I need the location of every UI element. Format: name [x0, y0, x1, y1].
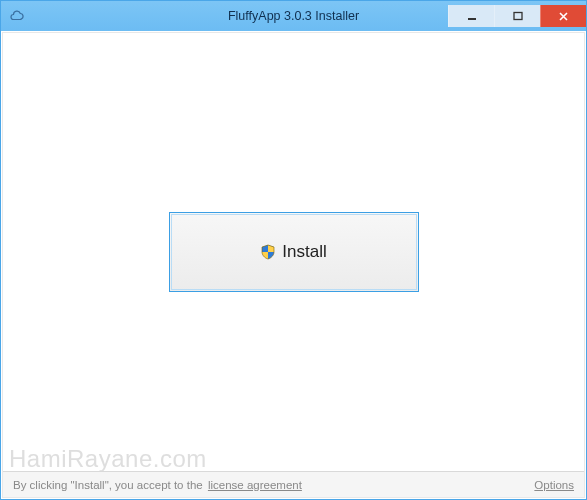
minimize-button[interactable]: [448, 5, 494, 27]
install-button-label: Install: [282, 242, 326, 262]
cloud-icon: [9, 8, 25, 24]
install-button[interactable]: Install: [169, 212, 419, 292]
svg-rect-0: [468, 18, 476, 20]
close-button[interactable]: [540, 5, 586, 27]
options-link[interactable]: Options: [534, 479, 574, 491]
maximize-button[interactable]: [494, 5, 540, 27]
svg-rect-1: [514, 13, 522, 20]
uac-shield-icon: [260, 244, 276, 260]
maximize-icon: [513, 11, 523, 21]
agreement-text: By clicking "Install", you accept to the: [13, 479, 206, 491]
window-controls: [448, 5, 586, 27]
close-icon: [558, 11, 569, 22]
license-agreement-link[interactable]: license agreement: [208, 479, 302, 491]
content-area: Install: [3, 33, 584, 471]
footer-bar: By clicking "Install", you accept to the…: [3, 471, 584, 497]
installer-window: FluffyApp 3.0.3 Installer: [0, 0, 587, 500]
minimize-icon: [467, 11, 477, 21]
client-area: Install HamiRayane.com By clicking "Inst…: [2, 32, 585, 498]
titlebar[interactable]: FluffyApp 3.0.3 Installer: [1, 1, 586, 31]
